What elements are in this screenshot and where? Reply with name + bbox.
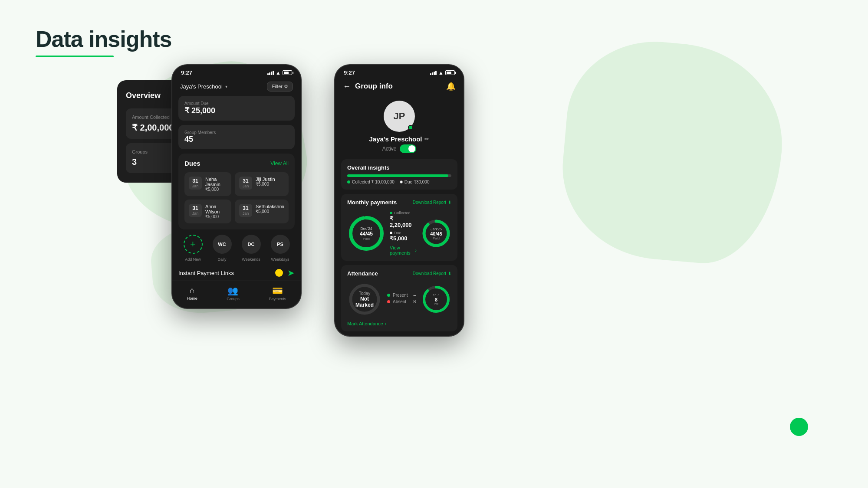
instant-payment-section: Instant Payment Links ➤ xyxy=(172,265,301,281)
today-label: Today xyxy=(355,291,374,296)
phone1-header: Jaya's Preschool ▾ Filter ⚙ xyxy=(172,78,301,96)
group-members-value: 45 xyxy=(184,135,289,144)
attendance-legend: Present – Absent 8 xyxy=(387,293,416,306)
due-item[interactable]: 31 Jan Anna Wilson ₹5,000 xyxy=(184,200,231,223)
due-date-badge: 31 Jan xyxy=(189,177,202,190)
active-label: Active xyxy=(382,146,397,152)
due-date-badge: 31 Jan xyxy=(239,177,252,190)
due-date-badge: 31 Jan xyxy=(189,204,202,217)
bell-icon[interactable]: 🔔 xyxy=(446,82,456,91)
stat-value: ₹ 2,00,000 xyxy=(132,122,176,133)
bottom-navigation: ⌂ Home 👥 Groups 💳 Payments xyxy=(172,281,301,308)
tab-home[interactable]: ⌂ Home xyxy=(187,285,197,301)
group-name: Jaya's Preschool xyxy=(369,135,422,143)
status-icons: ▲ xyxy=(430,70,455,76)
due-legend-dot xyxy=(400,180,403,183)
status-time: 9:27 xyxy=(181,69,192,76)
collected-dot xyxy=(390,212,392,214)
attendance-download-link[interactable]: Download Report ⬇ xyxy=(413,271,451,276)
signal-bars-icon xyxy=(267,71,274,75)
preschool-selector[interactable]: Jaya's Preschool ▾ xyxy=(180,83,227,90)
phone2-screen: 9:27 ▲ ← Group info 🔔 JP xyxy=(334,64,464,337)
due-item[interactable]: 31 Jan Sethulakshmi ₹5,000 xyxy=(235,200,289,223)
battery-icon xyxy=(283,70,292,75)
nav-labels-row: Add New Daily Weekends Weekdays xyxy=(172,257,301,265)
decorative-green-dot xyxy=(790,418,808,436)
monthly-title: Monthly payments xyxy=(347,199,397,206)
send-icon[interactable]: ➤ xyxy=(287,268,295,278)
group-info-title: Group info xyxy=(355,82,393,91)
avatar-section: JP Jaya's Preschool ✏ Active xyxy=(335,96,464,159)
overall-insights-section: Overall insights Collected ₹ 10,00,000 D… xyxy=(341,159,457,190)
instant-payment-label: Instant Payment Links xyxy=(178,270,234,276)
tab-payments[interactable]: 💳 Payments xyxy=(269,285,286,301)
status-icons: ▲ xyxy=(267,70,292,76)
due-dot xyxy=(390,232,392,234)
due-item[interactable]: 31 Jan Neha Jasmin ₹5,000 xyxy=(184,172,231,196)
add-new-label: Add New xyxy=(184,257,203,262)
add-nav-section: + WC DC PS xyxy=(172,229,301,257)
dec24-circle: Dec'24 44/45 Paid xyxy=(347,214,385,252)
add-new-button[interactable]: + xyxy=(184,235,203,254)
groups-icon: 👥 xyxy=(227,285,240,296)
amount-due-banner: Amount Due ₹ 25,000 xyxy=(178,96,295,121)
jan25-circle: Jan'25 40/45 Paid xyxy=(421,218,451,249)
attendance-title: Attendance xyxy=(347,270,378,277)
status-time: 9:27 xyxy=(344,69,355,76)
mark-attendance-link[interactable]: Mark Attendance › xyxy=(347,321,451,326)
not-marked-status: Not Marked xyxy=(355,296,374,308)
weekends-label: Weekends xyxy=(242,257,261,262)
tab-groups[interactable]: 👥 Groups xyxy=(227,285,240,301)
phone1-screen: 9:27 ▲ Jaya's Preschool ▾ Filter ⚙ Amoun xyxy=(171,64,302,309)
home-icon: ⌂ xyxy=(187,285,197,295)
back-button[interactable]: ← xyxy=(343,82,351,91)
weekends-nav[interactable]: DC xyxy=(242,235,261,254)
stat-value: 3 xyxy=(132,157,176,167)
dues-grid: 31 Jan Neha Jasmin ₹5,000 31 Jan Jiji Ju… xyxy=(184,172,289,223)
brush-decoration-right xyxy=(555,34,790,269)
payments-row: Dec'24 44/45 Paid Collected ₹ 2,20,000 xyxy=(347,211,451,255)
signal-bars-icon xyxy=(430,71,437,75)
dues-title: Dues xyxy=(184,160,201,167)
title-underline xyxy=(36,56,114,57)
page-title-section: Data insights xyxy=(36,26,172,57)
group-info-header: ← Group info 🔔 xyxy=(335,78,464,96)
wifi-icon: ▲ xyxy=(276,70,281,76)
insights-progress-bar xyxy=(347,174,451,177)
status-bar: 9:27 ▲ xyxy=(335,65,464,78)
weekdays-label: Weekdays xyxy=(271,257,290,262)
daily-nav[interactable]: WC xyxy=(213,235,232,254)
wifi-icon: ▲ xyxy=(438,70,444,76)
insights-title: Overall insights xyxy=(347,164,451,171)
group-members-banner: Group Members 45 xyxy=(178,125,295,149)
active-toggle[interactable] xyxy=(400,144,416,153)
dues-header: Dues View All xyxy=(184,160,289,167)
stat-label: Amount Collected xyxy=(132,115,176,120)
payment-details: Collected ₹ 2,20,000 Due ₹5,000 View pay… xyxy=(390,211,417,255)
payments-icon: 💳 xyxy=(269,285,286,296)
chevron-down-icon: ▾ xyxy=(225,84,227,89)
absent-dot xyxy=(387,300,390,303)
preschool-name: Jaya's Preschool xyxy=(180,83,223,90)
edit-icon[interactable]: ✏ xyxy=(424,136,429,142)
view-all-link[interactable]: View All xyxy=(270,160,289,167)
collected-legend-dot xyxy=(347,180,350,183)
dues-section: Dues View All 31 Jan Neha Jasmin ₹5,000 … xyxy=(178,154,295,229)
filter-btn-small[interactable]: Filter ⚙ xyxy=(267,82,293,92)
insights-legend: Collected ₹ 10,00,000 Due ₹30,000 xyxy=(347,180,451,184)
group-members-label: Group Members xyxy=(184,130,289,135)
due-item[interactable]: 31 Jan Jiji Justin ₹5,000 xyxy=(235,172,289,196)
overview-title: Overview xyxy=(126,91,161,100)
weekdays-nav[interactable]: PS xyxy=(271,235,290,254)
page-title: Data insights xyxy=(36,26,172,52)
yellow-dot-icon xyxy=(275,269,283,277)
monthly-payments-section: Monthly payments Download Report ⬇ Dec'2… xyxy=(341,194,457,261)
status-bar: 9:27 ▲ xyxy=(172,65,301,78)
download-report-link[interactable]: Download Report ⬇ xyxy=(413,200,451,205)
amount-due-value: ₹ 25,000 xyxy=(184,106,289,115)
battery-icon xyxy=(445,70,455,75)
view-payments-link[interactable]: View payments › xyxy=(390,245,417,255)
amount-due-label: Amount Due xyxy=(184,101,289,106)
avatar: JP xyxy=(384,101,415,132)
due-date-badge: 31 Jan xyxy=(239,204,252,217)
